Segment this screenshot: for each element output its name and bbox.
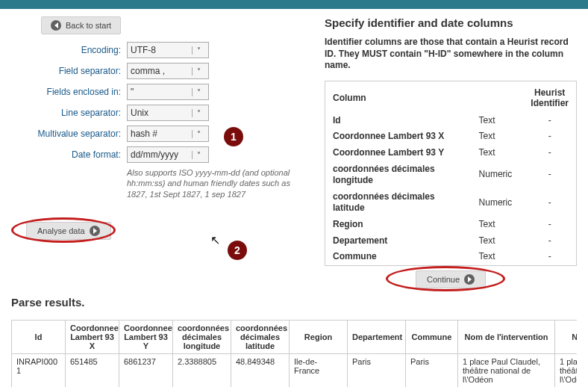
analyse-data-button[interactable]: Analyse data [26,222,111,240]
date-format-label: Date format: [11,149,127,160]
parse-cell: 651485 [66,353,119,387]
col-hid: - [523,217,576,233]
column-type-row: coordonnées décimales longitudeNumeric- [325,161,576,189]
col-hid: - [523,233,576,250]
line-separator-label: Line separator: [11,108,127,118]
col-type: Text [472,145,524,161]
multivalue-separator-label: Multivalue separator: [11,129,127,139]
parse-header-cell: Departement [348,320,406,353]
annotation-marker-2: 2 [228,241,247,260]
col-type: Text [472,233,524,250]
col-hid: - [523,145,576,161]
chevron-down-icon: ˅ [192,109,205,117]
col-name: Coordonnee Lambert 93 Y [325,145,472,161]
chevron-down-icon: ˅ [192,67,205,75]
column-type-row: DepartementText- [325,233,576,250]
field-separator-select[interactable]: comma , ˅ [127,63,209,79]
parse-cell: 48.849348 [231,353,290,387]
parse-cell: Ile-de-France [290,353,348,387]
col-hid: - [523,129,576,145]
parse-header-cell: coordonnées décimales longitude [173,320,231,353]
parse-cell: INRAPI0001 [12,353,66,387]
column-type-row: coordonnées décimales latitudeNumeric- [325,189,576,217]
parse-cell: 1 place Paul Claudel, théâtre national d… [458,353,555,387]
back-label: Back to start [66,21,111,30]
date-format-note: Also supports ISO yyyy-mm-dd (and option… [127,167,298,199]
parse-cell: Paris [348,353,406,387]
date-format-select[interactable]: dd/mm/yyyy ˅ [127,146,209,163]
column-type-row: Coordonnee Lambert 93 YText- [325,145,576,161]
line-separator-select[interactable]: Unix ˅ [127,105,209,121]
chevron-down-icon: ˅ [192,46,205,55]
chevron-down-icon: ˅ [192,130,205,138]
col-hid: - [523,161,576,189]
parse-header-cell: coordonnées décimales latitude [231,320,290,353]
parse-header-cell: Coordonnee Lambert 93 Y [119,320,173,353]
specify-columns-desc: Identifier columns are those that contai… [325,37,577,72]
parse-cell: 2.3388805 [173,353,231,387]
col-hid: - [523,113,576,129]
parse-cell: Paris [406,353,458,387]
column-type-row: Coordonnee Lambert 93 XText- [325,129,576,145]
col-type: Text [472,113,524,129]
encoding-label: Encoding: [11,45,127,55]
parse-results-title: Parse results. [11,296,577,309]
cursor-icon: ↖ [210,233,220,247]
column-type-row: CommuneText- [325,249,576,265]
chevron-down-icon: ˅ [192,151,205,159]
col-type: Text [472,217,524,233]
parse-header-cell: Commune [406,320,458,353]
multivalue-separator-select[interactable]: hash # ˅ [127,126,209,142]
parse-row: INRAPI000165148568612372.338880548.84934… [12,353,578,387]
col-name: Commune [325,249,472,265]
col-hid: - [523,249,576,265]
annotation-marker-1: 1 [224,127,243,146]
parse-cell: 1 place P théâtre n l\'Odéon [555,353,578,387]
continue-button[interactable]: Continue [416,270,486,288]
fields-enclosed-label: Fields enclosed in: [11,87,127,97]
col-name: Departement [325,233,472,250]
parse-header-cell: No [555,320,578,353]
encoding-select[interactable]: UTF-8 ˅ [127,42,209,58]
col-type: Numeric [472,161,524,189]
col-name: Id [325,113,472,129]
column-header: Column [325,81,472,113]
back-to-start-button[interactable]: Back to start [41,16,121,34]
parse-header-cell: Coordonnee Lambert 93 X [66,320,119,353]
chevron-down-icon: ˅ [192,88,205,96]
forward-arrow-icon [464,274,475,285]
parse-results-table: IdCoordonnee Lambert 93 XCoordonnee Lamb… [11,320,577,387]
fields-enclosed-select[interactable]: " ˅ [127,84,209,100]
heurist-id-header: Heurist Identifier [523,81,576,113]
col-name: coordonnées décimales longitude [325,161,472,189]
col-name: Region [325,217,472,233]
col-type: Text [472,249,524,265]
col-name: Coordonnee Lambert 93 X [325,129,472,145]
back-arrow-icon [51,20,61,31]
col-hid: - [523,189,576,217]
parse-header-cell: Id [12,320,66,353]
column-types-table: Column Heurist Identifier IdText-Coordon… [325,81,576,265]
column-type-row: IdText- [325,113,576,129]
col-type: Numeric [472,189,524,217]
col-type: Text [472,129,524,145]
analyse-label: Analyse data [37,226,85,235]
specify-columns-title: Specify identifier and date columns [325,16,577,29]
column-type-row: RegionText- [325,217,576,233]
parse-cell: 6861237 [119,353,173,387]
parse-header-cell: Nom de l'intervention [458,320,555,353]
continue-label: Continue [427,275,460,284]
col-name: coordonnées décimales latitude [325,189,472,217]
field-separator-label: Field separator: [11,66,127,76]
parse-header-cell: Region [290,320,348,353]
forward-arrow-icon [90,226,100,236]
